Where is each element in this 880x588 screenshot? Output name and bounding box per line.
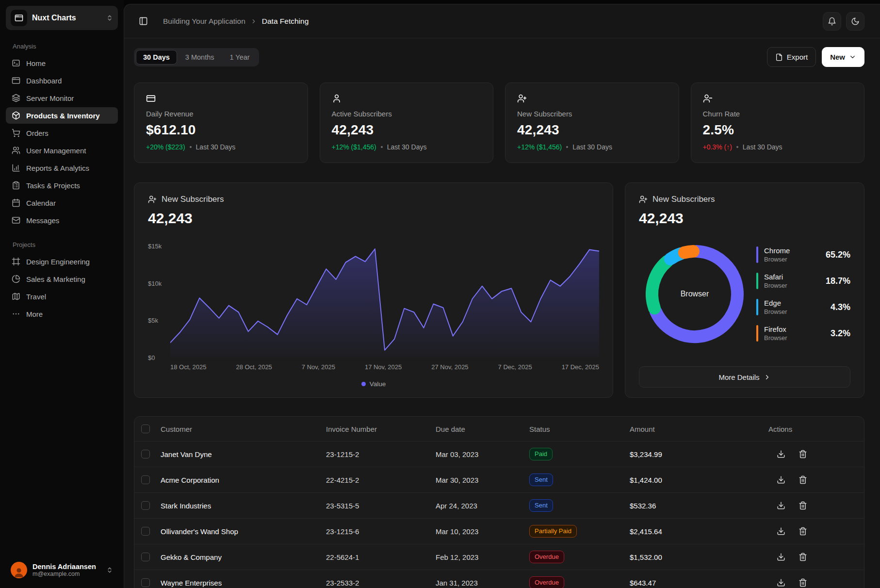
row-checkbox[interactable] [141, 578, 150, 587]
stat-delta: +0.3% (↑) [703, 143, 732, 151]
table-header-row: Customer Invoice Number Due date Status … [134, 417, 864, 441]
frame-icon [12, 257, 20, 266]
download-button[interactable] [777, 475, 785, 484]
delete-button[interactable] [799, 501, 807, 510]
download-button[interactable] [777, 450, 785, 458]
sidebar-item-messages[interactable]: Messages [6, 212, 118, 229]
download-button[interactable] [777, 553, 785, 561]
user-email: m@example.com [33, 571, 101, 577]
amount-cell: $532.36 [630, 502, 768, 510]
dot-separator [566, 146, 568, 148]
sidebar-item-orders[interactable]: Orders [6, 125, 118, 141]
row-checkbox[interactable] [141, 553, 150, 561]
row-checkbox[interactable] [141, 475, 150, 484]
pie-chart-icon [12, 275, 20, 283]
invoice-cell: 23-5315-5 [326, 502, 436, 510]
section-label-analysis: Analysis [13, 43, 111, 50]
chevron-down-icon [849, 53, 856, 61]
legend-name: Edge [764, 299, 787, 308]
workspace-switcher[interactable]: Nuxt Charts [6, 6, 118, 30]
delete-button[interactable] [799, 553, 807, 561]
stat-label: New Subscribers [517, 110, 667, 118]
sidebar-item-design-engineering[interactable]: Design Engineering [6, 253, 118, 270]
chart-value: 42,243 [148, 210, 599, 227]
invoice-cell: 22-5624-1 [326, 553, 436, 561]
sidebar-item-label: Reports & Analytics [26, 164, 89, 172]
sidebar-item-more[interactable]: More [6, 306, 118, 322]
sidebar-item-label: Tasks & Projects [26, 181, 80, 190]
new-label: New [830, 53, 845, 61]
terminal-icon [12, 59, 20, 67]
user-menu[interactable]: Dennis Adriaansen m@example.com [6, 558, 118, 582]
stat-card-daily-revenue: Daily Revenue $612.10 +20% ($223) Last 3… [134, 82, 308, 163]
stat-card-active-subscribers: Active Subscribers 42,243 +12% ($1,456) … [320, 82, 494, 163]
new-button[interactable]: New [822, 47, 864, 67]
donut-center-label: Browser [639, 238, 750, 350]
delete-button[interactable] [799, 527, 807, 536]
sidebar-toggle-button[interactable] [134, 12, 152, 31]
sidebar-item-dashboard[interactable]: Dashboard [6, 72, 118, 89]
delete-button[interactable] [799, 475, 807, 484]
delete-button[interactable] [799, 578, 807, 587]
download-button[interactable] [777, 578, 785, 587]
delete-button[interactable] [799, 450, 807, 458]
sidebar-item-label: Dashboard [26, 77, 62, 85]
legend-item-firefox: FirefoxBrowser 3.2% [756, 325, 850, 342]
chevron-right-icon [250, 18, 257, 25]
sidebar-item-label: More [26, 310, 43, 318]
sidebar-item-home[interactable]: Home [6, 55, 118, 71]
chart-value: 42,243 [639, 210, 850, 227]
theme-toggle-button[interactable] [846, 12, 864, 31]
sidebar-item-travel[interactable]: Travel [6, 288, 118, 305]
sidebar-item-reports-analytics[interactable]: Reports & Analytics [6, 160, 118, 176]
sidebar-item-label: Sales & Marketing [26, 275, 85, 283]
y-ticks: $15k$10k$5k$0 [148, 246, 168, 358]
notifications-button[interactable] [823, 12, 841, 31]
export-button[interactable]: Export [767, 47, 816, 67]
chart-title: New Subscribers [162, 195, 224, 204]
range-tab-1-year[interactable]: 1 Year [222, 50, 257, 65]
table-row: Gekko & Company 22-5624-1 Feb 12, 2023 O… [134, 544, 864, 570]
range-tab-3-months[interactable]: 3 Months [178, 50, 222, 65]
row-checkbox[interactable] [141, 450, 150, 458]
column-header-customer: Customer [161, 425, 326, 433]
sidebar-item-user-management[interactable]: User Management [6, 142, 118, 159]
status-badge: Partially Paid [529, 525, 577, 538]
row-checkbox[interactable] [141, 501, 150, 510]
sidebar-nav-projects: Design Engineering Sales & Marketing Tra… [6, 253, 118, 322]
range-tab-30-days[interactable]: 30 Days [136, 50, 177, 65]
users-icon [12, 146, 20, 155]
sidebar-item-server-monitor[interactable]: Server Monitor [6, 90, 118, 106]
package-icon [12, 111, 20, 120]
stat-card-new-subscribers: New Subscribers 42,243 +12% ($1,456) Las… [505, 82, 679, 163]
invoices-table: Customer Invoice Number Due date Status … [134, 416, 864, 588]
stat-period: Last 30 Days [196, 143, 236, 151]
legend-name: Firefox [764, 325, 787, 334]
stat-delta: +20% ($223) [146, 143, 185, 151]
due-date-cell: Mar 30, 2023 [436, 476, 529, 484]
more-details-label: More Details [718, 373, 759, 381]
sidebar-item-sales-marketing[interactable]: Sales & Marketing [6, 271, 118, 287]
download-button[interactable] [777, 501, 785, 510]
more-details-button[interactable]: More Details [639, 366, 850, 388]
legend-pct: 18.7% [826, 276, 850, 286]
download-button[interactable] [777, 527, 785, 536]
donut-swatch [756, 273, 758, 289]
amount-cell: $3,234.99 [630, 450, 768, 458]
legend-sub: Browser [764, 334, 787, 342]
stat-label: Active Subscribers [332, 110, 482, 118]
user-plus-icon [517, 94, 667, 103]
stat-delta: +12% ($1,456) [517, 143, 562, 151]
sidebar-item-label: Messages [26, 216, 59, 225]
browser-donut-chart-card: New Subscribers 42,243 Browser ChromeBro… [625, 182, 864, 398]
sidebar-item-products-inventory[interactable]: Products & Inventory [6, 107, 118, 124]
due-date-cell: Mar 03, 2023 [436, 450, 529, 458]
calendar-icon [12, 198, 20, 207]
sidebar-item-tasks-projects[interactable]: Tasks & Projects [6, 177, 118, 194]
due-date-cell: Jan 31, 2023 [436, 579, 529, 587]
row-checkbox[interactable] [141, 527, 150, 536]
select-all-checkbox[interactable] [141, 425, 150, 433]
breadcrumb-parent[interactable]: Building Your Application [163, 17, 245, 26]
sidebar-item-calendar[interactable]: Calendar [6, 195, 118, 211]
table-row: Acme Corporation 22-4215-2 Mar 30, 2023 … [134, 467, 864, 492]
